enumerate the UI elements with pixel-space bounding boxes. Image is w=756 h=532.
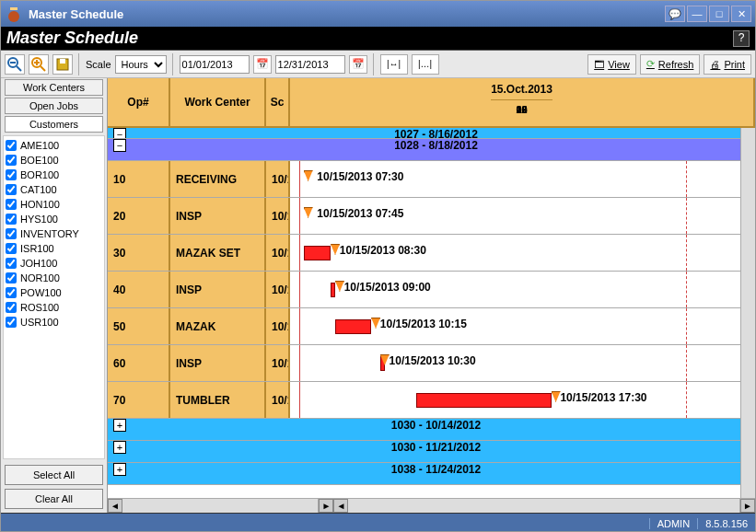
tab-work-centers[interactable]: Work Centers <box>5 79 103 96</box>
job-label: 1038 - 11/24/2012 <box>132 463 740 484</box>
customer-checkbox[interactable] <box>6 243 17 254</box>
gantt-marker-icon <box>552 391 561 402</box>
customer-item[interactable]: POW100 <box>6 285 102 300</box>
job-row[interactable]: −1027 - 8/16/2012 <box>108 128 740 139</box>
view-button[interactable]: 🗔View <box>587 54 636 75</box>
customer-item[interactable]: ISR100 <box>6 241 102 256</box>
refresh-icon: ⟳ <box>646 58 655 70</box>
customer-checkbox[interactable] <box>6 287 17 298</box>
expand-toggle[interactable]: + <box>113 463 126 476</box>
refresh-button[interactable]: ⟳Refresh <box>640 54 701 75</box>
customer-item[interactable]: AME100 <box>6 138 102 153</box>
customer-item[interactable]: NOR100 <box>6 271 102 285</box>
job-row[interactable]: +1030 - 10/14/2012 <box>108 419 740 441</box>
grid-body[interactable]: −1027 - 8/16/2012−1028 - 8/18/201210RECE… <box>108 128 740 498</box>
hscroll-right-1[interactable]: ► <box>319 499 333 513</box>
customer-checkbox[interactable] <box>6 140 17 151</box>
op-timeline: 10/15/2013 07:45 <box>290 198 740 234</box>
zoom-range-button[interactable]: |↔| <box>380 54 408 75</box>
customer-item[interactable]: BOR100 <box>6 168 102 182</box>
op-timeline: 10/15/2013 17:30 <box>290 382 740 418</box>
header-bar: Master Schedule ? <box>1 27 755 51</box>
customer-checkbox[interactable] <box>6 228 17 239</box>
expand-toggle[interactable]: − <box>113 139 126 152</box>
maximize-button[interactable]: □ <box>709 6 729 22</box>
op-schedule: 10/1 <box>266 382 290 418</box>
job-row[interactable]: +1030 - 11/21/2012 <box>108 441 740 463</box>
gantt-bar[interactable] <box>331 283 335 297</box>
customer-checkbox[interactable] <box>6 317 17 328</box>
zoom-out-button[interactable] <box>5 54 25 75</box>
expand-toggle[interactable]: + <box>113 419 126 432</box>
date-from-input[interactable] <box>180 55 250 74</box>
customer-item[interactable]: CAT100 <box>6 182 102 197</box>
customer-item[interactable]: HON100 <box>6 197 102 212</box>
date-to-input[interactable] <box>275 55 345 74</box>
customer-item[interactable]: ROS100 <box>6 300 102 315</box>
gantt-marker-icon <box>335 281 344 292</box>
print-button[interactable]: 🖨Print <box>704 54 751 75</box>
customer-label: POW100 <box>20 287 62 298</box>
customer-checkbox[interactable] <box>6 199 17 210</box>
op-number: 70 <box>108 382 170 418</box>
customer-item[interactable]: INVENTORY <box>6 226 102 241</box>
customer-item[interactable]: BOE100 <box>6 153 102 168</box>
customer-label: CAT100 <box>20 184 57 195</box>
fit-range-button[interactable]: |…| <box>412 54 439 75</box>
customer-checkbox[interactable] <box>6 169 17 180</box>
customer-checkbox[interactable] <box>6 214 17 225</box>
expand-toggle[interactable]: + <box>113 441 126 454</box>
col-work-center: Work Center <box>170 78 266 126</box>
job-row[interactable]: +1038 - 11/24/2012 <box>108 463 740 485</box>
speech-button[interactable]: 💬 <box>665 6 685 22</box>
save-button[interactable] <box>52 54 73 75</box>
op-timeline: 10/15/2013 10:30 <box>290 345 740 381</box>
close-button[interactable]: ✕ <box>731 6 751 22</box>
tab-customers[interactable]: Customers <box>5 116 103 133</box>
col-schedule: Sc <box>266 78 290 126</box>
customer-checkbox[interactable] <box>6 184 17 195</box>
op-number: 50 <box>108 308 170 344</box>
clear-all-button[interactable]: Clear All <box>5 489 103 509</box>
expand-toggle[interactable]: − <box>113 128 126 139</box>
timeline-date: 15.Oct.2013 <box>491 78 552 100</box>
customer-item[interactable]: JOH100 <box>6 256 102 271</box>
toolbar: Scale Hours 📅 📅 |↔| |…| 🗔View ⟳Refresh 🖨… <box>1 51 755 78</box>
gantt-bar-label: 10/15/2013 17:30 <box>560 391 646 404</box>
customer-checkbox[interactable] <box>6 155 17 166</box>
gantt-bar-label: 10/15/2013 07:45 <box>317 207 403 220</box>
gantt-bar[interactable] <box>335 319 371 334</box>
customer-item[interactable]: HYS100 <box>6 212 102 226</box>
scale-select[interactable]: Hours <box>115 55 167 74</box>
tab-open-jobs[interactable]: Open Jobs <box>5 98 103 114</box>
horizontal-scrollbar[interactable]: ◄ ► ◄ ► <box>108 498 755 513</box>
job-label: 1027 - 8/16/2012 <box>132 128 740 138</box>
minimize-button[interactable]: — <box>687 6 707 22</box>
job-label: 1030 - 11/21/2012 <box>132 441 740 462</box>
gantt-marker-icon <box>304 170 313 181</box>
customer-checkbox[interactable] <box>6 302 17 313</box>
select-all-button[interactable]: Select All <box>5 465 103 485</box>
customer-label: ROS100 <box>20 302 59 313</box>
hscroll-right-2[interactable]: ► <box>740 499 755 513</box>
op-row: 70TUMBLER10/110/15/2013 17:30 <box>108 382 740 419</box>
gantt-bar[interactable] <box>416 393 552 408</box>
customer-checkbox[interactable] <box>6 272 17 283</box>
help-button[interactable]: ? <box>733 30 750 47</box>
calendar-from-button[interactable]: 📅 <box>253 55 272 74</box>
gantt-marker-icon <box>304 207 313 218</box>
hscroll-left-2[interactable]: ◄ <box>333 499 348 513</box>
customer-label: HYS100 <box>20 214 58 225</box>
hscroll-left-1[interactable]: ◄ <box>108 499 122 513</box>
customer-checkbox[interactable] <box>6 258 17 269</box>
vertical-scrollbar[interactable] <box>740 128 755 498</box>
op-workcenter: INSP <box>170 198 266 234</box>
calendar-to-button[interactable]: 📅 <box>349 55 367 74</box>
zoom-in-button[interactable] <box>29 54 49 75</box>
svg-rect-10 <box>60 59 65 64</box>
op-number: 40 <box>108 272 170 307</box>
job-row[interactable]: −1028 - 8/18/2012 <box>108 139 740 161</box>
gantt-bar[interactable] <box>304 246 331 260</box>
status-version: 8.5.8.156 <box>697 518 748 529</box>
customer-item[interactable]: USR100 <box>6 315 102 330</box>
